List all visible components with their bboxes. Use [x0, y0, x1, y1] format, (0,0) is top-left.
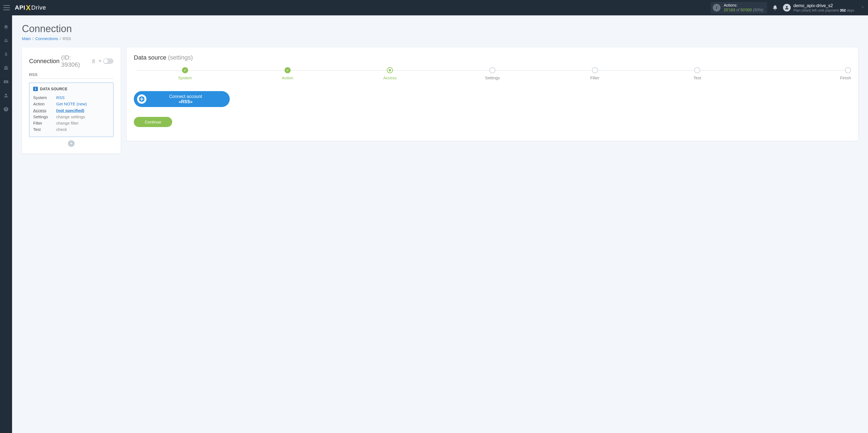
row-test-key: Test	[33, 126, 56, 133]
actions-total: 50'000	[741, 8, 752, 12]
row-filter-key: Filter	[33, 120, 56, 126]
breadcrumb-connections[interactable]: Connections	[35, 36, 58, 41]
briefcase-icon[interactable]	[3, 65, 9, 71]
logo-text-x: X	[26, 4, 31, 12]
logo-text-1: API	[15, 4, 25, 11]
row-access-key: Access	[33, 107, 56, 114]
plus-icon	[137, 94, 146, 104]
ds-badge: 1	[33, 87, 38, 91]
breadcrumb-current: RSS	[63, 36, 71, 41]
step-access[interactable]: Access	[339, 67, 441, 80]
continue-button[interactable]: Continue	[134, 117, 172, 127]
add-destination-button[interactable]: +	[68, 140, 74, 147]
step-filter[interactable]: Filter	[544, 67, 646, 80]
actions-of: of	[736, 8, 739, 12]
step-action[interactable]: Action	[236, 67, 339, 80]
breadcrumb: Main/Connections/RSS	[22, 36, 858, 41]
logo[interactable]: APIXDrive	[15, 4, 46, 12]
actions-label: Actions:	[724, 3, 763, 8]
sitemap-icon[interactable]	[3, 38, 9, 44]
row-settings-val[interactable]: change settings	[56, 114, 85, 120]
connection-name: RSS	[29, 72, 114, 79]
document-icon[interactable]	[92, 59, 96, 63]
step-finish[interactable]: Finish	[748, 67, 851, 80]
help-icon[interactable]	[3, 107, 9, 112]
row-settings-key: Settings	[33, 114, 56, 120]
row-system-key: System	[33, 94, 56, 101]
step-system[interactable]: System	[134, 67, 236, 80]
youtube-icon[interactable]	[3, 79, 9, 85]
step-settings[interactable]: Settings	[441, 67, 544, 80]
row-action-key: Action	[33, 101, 56, 107]
row-test-val[interactable]: check	[56, 126, 67, 133]
data-source-panel: Data source (settings) System Action Acc…	[127, 48, 858, 141]
info-icon: i	[713, 4, 720, 11]
user-icon[interactable]	[3, 93, 9, 98]
actions-pct: (50%)	[753, 8, 763, 12]
connection-head: Connection	[29, 58, 60, 65]
username: demo_apix-drive_s2	[794, 3, 854, 8]
row-access-val[interactable]: (not specified)	[56, 107, 85, 114]
connect-line2: «RSS»	[179, 99, 193, 104]
content: Connection Main/Connections/RSS Connecti…	[12, 16, 868, 433]
actions-counter[interactable]: i Actions: 25'163 of 50'000 (50%)	[711, 2, 767, 14]
chevron-down-icon	[861, 5, 865, 10]
plan-info: Plan |Start| left until payment 352 days	[794, 8, 854, 12]
row-system-val[interactable]: RSS	[56, 94, 65, 101]
actions-used: 25'163	[724, 8, 735, 12]
topbar: APIXDrive i Actions: 25'163 of 50'000 (5…	[0, 0, 868, 16]
home-icon[interactable]	[3, 24, 9, 30]
ds-title: DATA SOURCE	[40, 87, 67, 91]
connect-account-button[interactable]: Connect account«RSS»	[134, 91, 230, 107]
bell-icon[interactable]	[772, 5, 778, 11]
dollar-icon[interactable]	[3, 52, 9, 57]
user-menu[interactable]: demo_apix-drive_s2 Plan |Start| left unt…	[783, 3, 865, 12]
enable-toggle[interactable]	[103, 58, 114, 64]
logo-text-2: Drive	[31, 4, 46, 11]
avatar-icon	[783, 4, 791, 11]
data-source-box: 1 DATA SOURCE SystemRSS ActionGet NOTE (…	[29, 83, 114, 137]
page-title: Connection	[22, 23, 858, 35]
panel-title: Data source (settings)	[134, 54, 851, 61]
breadcrumb-main[interactable]: Main	[22, 36, 31, 41]
row-action-val[interactable]: Get NOTE (new)	[56, 101, 87, 107]
gear-icon[interactable]	[97, 59, 101, 63]
connect-line1: Connect account	[169, 94, 202, 99]
row-filter-val[interactable]: change filter	[56, 120, 79, 126]
menu-toggle-icon[interactable]	[3, 5, 10, 10]
stepper: System Action Access Settings Filter Tes…	[134, 67, 851, 80]
sidebar	[0, 16, 12, 433]
step-test[interactable]: Test	[646, 67, 749, 80]
connection-id: (ID: 39306)	[61, 54, 90, 68]
connection-card: Connection (ID: 39306) RSS 1 DATA SOURCE…	[22, 48, 121, 153]
